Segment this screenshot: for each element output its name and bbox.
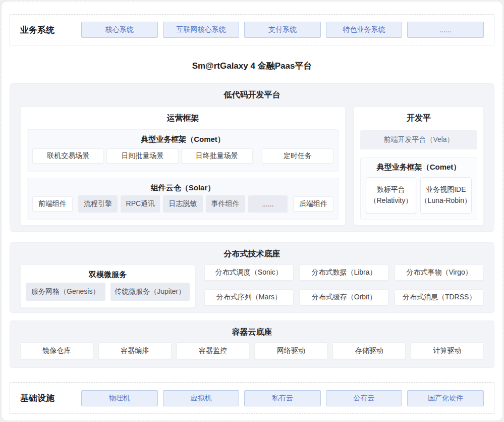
dev-tool-name: 数标平台 xyxy=(377,184,405,195)
comet-scene-buttons: 联机交易场景日间批量场景日终批量场景定时任务 xyxy=(32,144,333,168)
microservice-mode-chip[interactable]: 传统微服务（Jupiter） xyxy=(110,283,190,301)
distributed-base-section: 分布式技术底座 双模微服务 服务网格（Genesis）传统微服务（Jupiter… xyxy=(10,242,494,313)
comet-business-framework-box: 典型业务框架（Comet） 联机交易场景日间批量场景日终批量场景定时任务 xyxy=(27,129,339,172)
infrastructure-button[interactable]: 物理机 xyxy=(81,390,158,406)
dual-mode-microservice-title: 双模微服务 xyxy=(26,270,190,280)
container-base-buttons: 镜像仓库容器编排容器监控网络驱动存储驱动计算驱动 xyxy=(20,342,484,359)
platform-title: Sm@rtGalaxy 4 金融Paas平台 xyxy=(10,60,494,72)
distributed-service-grid: 分布式调度（Sonic）分布式数据（Libra）分布式事物（Virgo）分布式序… xyxy=(204,265,484,308)
operation-framework-panel: 运营框架 典型业务框架（Comet） 联机交易场景日间批量场景日终批量场景定时任… xyxy=(20,107,346,226)
distributed-service-button[interactable]: 分布式数据（Libra） xyxy=(300,265,389,281)
dev-tool-card[interactable]: 业务视图IDE （Luna-Robin） xyxy=(420,177,472,214)
architecture-page: 业务系统 核心系统互联网核心系统支付系统特色业务系统...... Sm@rtGa… xyxy=(1,1,503,421)
solar-component-chip[interactable]: 日志脱敏 xyxy=(163,195,202,213)
comet-scene-button[interactable]: 日间批量场景 xyxy=(106,148,178,164)
distributed-service-button[interactable]: 分布式调度（Sonic） xyxy=(204,265,294,281)
front-component-button[interactable]: 前端组件 xyxy=(32,196,73,212)
infrastructure-button[interactable]: 私有云 xyxy=(244,390,321,406)
container-base-title: 容器云底座 xyxy=(20,327,484,338)
infrastructure-label: 基础设施 xyxy=(20,392,65,404)
comet-scene-button[interactable]: 定时任务 xyxy=(262,148,333,164)
container-capability-button[interactable]: 计算驱动 xyxy=(411,342,484,359)
container-capability-button[interactable]: 网络驱动 xyxy=(254,342,327,359)
distributed-service-button[interactable]: 分布式消息（TDRSS） xyxy=(395,289,484,305)
dev-comet-framework-title: 典型业务框架（Comet） xyxy=(366,163,472,172)
dev-tool-cards: 数标平台 （Relativity） 业务视图IDE （Luna-Robin） xyxy=(366,175,472,216)
comet-scene-button[interactable]: 日终批量场景 xyxy=(181,148,253,164)
distributed-service-button[interactable]: 分布式缓存（Orbit） xyxy=(300,289,389,305)
distributed-service-button[interactable]: 分布式序列（Mars） xyxy=(204,289,294,305)
infrastructure-button[interactable]: 虚拟机 xyxy=(163,390,240,406)
business-systems-row: 业务系统 核心系统互联网核心系统支付系统特色业务系统...... xyxy=(10,14,494,45)
infrastructure-button[interactable]: 国产化硬件 xyxy=(407,390,484,406)
dev-tool-codename: （Relativity） xyxy=(369,195,412,206)
solar-chips: 流程引擎RPC通讯日志脱敏事件组件...... xyxy=(78,195,288,213)
business-systems-items: 核心系统互联网核心系统支付系统特色业务系统...... xyxy=(81,22,484,38)
low-code-platform-body: 运营框架 典型业务框架（Comet） 联机交易场景日间批量场景日终批量场景定时任… xyxy=(20,107,484,226)
solar-component-chip[interactable]: 事件组件 xyxy=(206,195,245,213)
solar-component-chip[interactable]: 流程引擎 xyxy=(78,195,118,213)
business-system-button[interactable]: ...... xyxy=(407,22,484,38)
infrastructure-button[interactable]: 公有云 xyxy=(326,390,403,406)
business-system-button[interactable]: 支付系统 xyxy=(244,22,321,38)
low-code-platform-section: 低代码开发平台 运营框架 典型业务框架（Comet） 联机交易场景日间批量场景日… xyxy=(10,83,494,232)
dev-platform-panel: 开发平 前端开发平台（Vela） 典型业务框架（Comet） 数标平台 （Rel… xyxy=(354,107,484,226)
solar-component-cloud-box: 组件云仓（Solar） 前端组件 流程引擎RPC通讯日志脱敏事件组件......… xyxy=(27,178,339,221)
microservice-mode-chip[interactable]: 服务网格（Genesis） xyxy=(26,283,105,301)
dual-mode-microservice-panel: 双模微服务 服务网格（Genesis）传统微服务（Jupiter） xyxy=(20,265,195,308)
solar-component-chip[interactable]: ...... xyxy=(248,195,288,213)
solar-component-cloud-title: 组件云仓（Solar） xyxy=(32,183,333,193)
low-code-platform-title: 低代码开发平台 xyxy=(20,90,484,100)
back-component-button[interactable]: 后端组件 xyxy=(293,196,333,212)
dev-platform-title: 开发平 xyxy=(360,113,477,124)
business-systems-label: 业务系统 xyxy=(20,24,65,36)
container-base-section: 容器云底座 镜像仓库容器编排容器监控网络驱动存储驱动计算驱动 xyxy=(10,321,494,368)
comet-business-framework-title: 典型业务框架（Comet） xyxy=(32,135,333,144)
business-system-button[interactable]: 核心系统 xyxy=(81,22,158,38)
solar-component-row: 前端组件 流程引擎RPC通讯日志脱敏事件组件...... 后端组件 xyxy=(32,193,333,216)
container-capability-button[interactable]: 存储驱动 xyxy=(332,342,406,359)
dev-tool-name: 业务视图IDE xyxy=(426,184,466,195)
distributed-service-button[interactable]: 分布式事物（Virgo） xyxy=(395,265,484,281)
solar-component-chip[interactable]: RPC通讯 xyxy=(121,195,160,213)
comet-scene-button[interactable]: 联机交易场景 xyxy=(32,148,104,164)
infrastructure-items: 物理机虚拟机私有云公有云国产化硬件 xyxy=(81,390,484,406)
container-capability-button[interactable]: 镜像仓库 xyxy=(20,342,93,359)
infrastructure-row: 基础设施 物理机虚拟机私有云公有云国产化硬件 xyxy=(10,382,494,414)
vela-frontend-platform-button[interactable]: 前端开发平台（Vela） xyxy=(360,130,477,149)
dev-tool-card[interactable]: 数标平台 （Relativity） xyxy=(366,177,416,214)
operation-framework-title: 运营框架 xyxy=(27,113,339,124)
distributed-base-body: 双模微服务 服务网格（Genesis）传统微服务（Jupiter） 分布式调度（… xyxy=(20,265,484,308)
container-capability-button[interactable]: 容器监控 xyxy=(177,342,250,359)
container-capability-button[interactable]: 容器编排 xyxy=(98,342,172,359)
distributed-base-title: 分布式技术底座 xyxy=(20,249,484,259)
dev-comet-framework-box: 典型业务框架（Comet） 数标平台 （Relativity） 业务视图IDE … xyxy=(360,157,477,220)
dev-tool-codename: （Luna-Robin） xyxy=(421,195,471,206)
business-system-button[interactable]: 互联网核心系统 xyxy=(163,22,240,38)
business-system-button[interactable]: 特色业务系统 xyxy=(326,22,403,38)
dual-mode-chips: 服务网格（Genesis）传统微服务（Jupiter） xyxy=(26,280,190,303)
